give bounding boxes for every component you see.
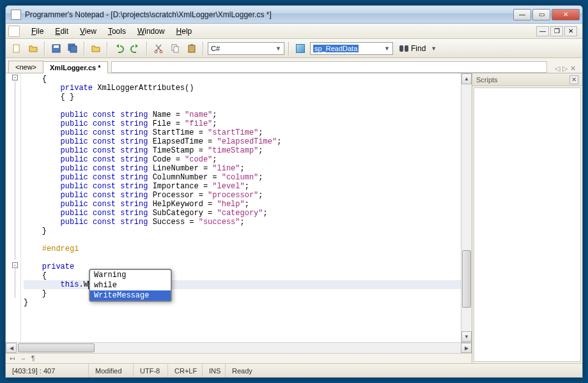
scroll-track[interactable] [461, 84, 472, 331]
scroll-thumb[interactable] [18, 343, 95, 352]
status-modified: Modified [89, 364, 134, 377]
code-line[interactable]: public const string File = "file"; [24, 119, 461, 128]
address-box[interactable] [111, 61, 547, 73]
code-line[interactable]: public const string Importance = "level"… [24, 182, 461, 191]
tab-prev-button[interactable]: ◁ [555, 64, 560, 73]
cut-button[interactable] [151, 41, 166, 56]
minimize-button[interactable]: — [513, 9, 531, 20]
save-button[interactable] [49, 41, 63, 56]
code-line[interactable]: public const string Processor = "process… [24, 191, 461, 200]
code-line[interactable] [24, 253, 461, 262]
undo-button[interactable] [112, 41, 126, 56]
side-panel-header: Scripts ✕ [472, 73, 582, 86]
redo-button[interactable] [128, 41, 143, 56]
code-line[interactable]: public const string TimeStamp = "timeSta… [24, 146, 461, 155]
mdi-close-button[interactable]: ✕ [564, 26, 577, 36]
svg-rect-10 [190, 44, 193, 46]
app-window: Programmer's Notepad - [D:\projects\scra… [5, 5, 583, 378]
menu-file[interactable]: File [26, 26, 49, 37]
maximize-button[interactable]: ▭ [532, 9, 550, 20]
close-button[interactable]: ✕ [552, 9, 580, 20]
code-line[interactable]: public const string HelpKeyword = "help"… [24, 200, 461, 209]
svg-rect-0 [13, 45, 19, 52]
code-line[interactable]: { [24, 75, 461, 84]
side-panel-title: Scripts [476, 76, 498, 84]
binoculars-icon [399, 45, 408, 52]
code-line[interactable]: public const string LineNumber = "line"; [24, 164, 461, 173]
search-combo[interactable]: sp_ReadData▼ [310, 42, 393, 55]
app-menu-icon[interactable] [8, 26, 20, 37]
search-text: sp_ReadData [313, 45, 359, 52]
code-line[interactable] [24, 236, 461, 244]
menu-window[interactable]: Window [132, 26, 170, 37]
menu-edit[interactable]: Edit [50, 26, 74, 37]
mdi-restore-button[interactable]: ❐ [550, 26, 563, 36]
status-eol: CR+LF [168, 364, 203, 377]
code-line[interactable]: } [24, 227, 461, 236]
chevron-down-icon: ▼ [431, 45, 437, 52]
horizontal-scrollbar[interactable]: ◀ ▶ [6, 342, 472, 353]
status-insert-mode: INS [203, 364, 226, 377]
code-line[interactable]: { } [24, 93, 461, 101]
search-scope-icon[interactable] [293, 41, 307, 56]
scroll-up-button[interactable]: ▲ [461, 73, 472, 84]
tab-xmllogger[interactable]: XmlLogger.cs * [43, 61, 107, 73]
find-button[interactable]: Find▼ [396, 41, 440, 56]
tab-new[interactable]: <new> [8, 61, 43, 73]
code-line[interactable]: public const string Name = "name"; [24, 110, 461, 119]
pilcrow-icon[interactable]: ¶ [31, 355, 35, 362]
code-line[interactable]: private XmlLoggerAttributes() [24, 84, 461, 93]
editor-body: − − { private XmlLoggerAttributes() { } … [6, 73, 472, 342]
language-combo[interactable]: C#▼ [208, 42, 284, 55]
mdi-minimize-button[interactable]: — [536, 26, 549, 36]
code-line[interactable]: public const string ColumnNumber = "colu… [24, 173, 461, 182]
copy-button[interactable] [168, 41, 182, 56]
scroll-left-button[interactable]: ◀ [6, 343, 17, 353]
code-line[interactable]: public const string Success = "success"; [24, 218, 461, 227]
titlebar[interactable]: Programmer's Notepad - [D:\projects\scra… [6, 6, 582, 24]
mini-back-icon[interactable]: ↤ [10, 355, 15, 362]
scroll-down-button[interactable]: ▼ [461, 331, 472, 342]
paste-button[interactable] [185, 41, 199, 56]
autocomplete-item[interactable]: WriteMessage [90, 290, 171, 301]
svg-rect-8 [174, 47, 178, 52]
status-encoding: UTF-8 [134, 364, 168, 377]
menu-view[interactable]: View [75, 26, 102, 37]
code-line[interactable]: public const string Code = "code"; [24, 155, 461, 164]
code-editor[interactable]: { private XmlLoggerAttributes() { } publ… [21, 73, 461, 342]
scroll-right-button[interactable]: ▶ [461, 343, 472, 353]
open-folder-button[interactable] [89, 41, 103, 56]
side-panel-body[interactable] [474, 87, 581, 362]
menu-tools[interactable]: Tools [103, 26, 131, 37]
save-all-button[interactable] [66, 41, 80, 56]
fold-toggle[interactable]: − [12, 75, 18, 80]
code-line[interactable] [24, 101, 461, 110]
menu-help[interactable]: Help [171, 26, 197, 37]
document-tabs: <new> XmlLogger.cs * ◁ ▷ ✕ [6, 58, 582, 73]
fold-toggle[interactable]: − [12, 262, 18, 268]
mini-toolbar: ↤ → ¶ [6, 353, 472, 363]
autocomplete-item[interactable]: while [90, 280, 171, 290]
svg-rect-2 [54, 45, 59, 48]
scroll-track[interactable] [17, 343, 461, 353]
fold-gutter[interactable]: − − [6, 73, 21, 342]
svg-rect-9 [189, 45, 195, 52]
code-line[interactable]: public const string SubCategory = "categ… [24, 209, 461, 218]
tab-close-button[interactable]: ✕ [570, 64, 576, 73]
vertical-scrollbar[interactable]: ▲ ▼ [461, 73, 472, 342]
autocomplete-popup[interactable]: WarningwhileWriteMessage [89, 269, 172, 302]
mini-fwd-icon[interactable]: → [20, 355, 26, 362]
scroll-thumb[interactable] [462, 250, 471, 308]
chevron-down-icon: ▼ [275, 45, 281, 52]
new-file-button[interactable] [10, 41, 24, 56]
chevron-down-icon: ▼ [384, 45, 390, 52]
open-file-button[interactable] [26, 41, 40, 56]
code-line[interactable]: public const string ElapsedTime = "elaps… [24, 137, 461, 146]
side-panel-close-button[interactable]: ✕ [569, 75, 578, 84]
code-line[interactable]: #endregi [24, 244, 461, 253]
tab-next-button[interactable]: ▷ [562, 64, 568, 73]
app-icon [11, 10, 21, 20]
autocomplete-item[interactable]: Warning [90, 270, 171, 280]
menubar: File Edit View Tools Window Help — ❐ ✕ [6, 24, 582, 39]
code-line[interactable]: public const string StartTime = "startTi… [24, 128, 461, 137]
